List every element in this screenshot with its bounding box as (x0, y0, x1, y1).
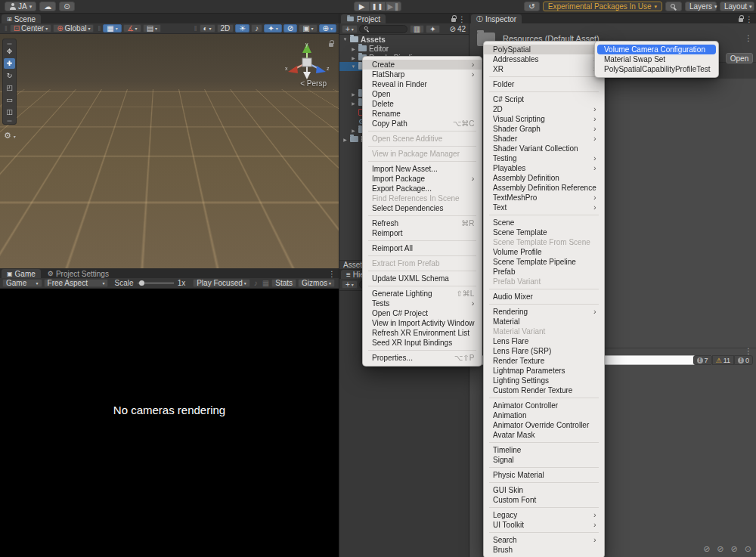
menu-item-xr[interactable]: XR› (484, 64, 604, 74)
gizmo-lock-icon[interactable] (328, 40, 334, 47)
menu-item-search[interactable]: Search› (484, 535, 604, 545)
drag-handle[interactable]: ‖ (5, 25, 8, 32)
drag-handle[interactable]: ‖ (98, 25, 101, 32)
project-search-input[interactable] (359, 25, 407, 33)
grid-snap-toggle[interactable]: ▦▾ (103, 24, 121, 32)
menu-item-scene[interactable]: Scene (484, 218, 604, 227)
menu-item-custom-render-texture[interactable]: Custom Render Texture (484, 385, 604, 395)
cache-server-disabled-icon[interactable]: ⊘ (703, 544, 710, 554)
overlay-drag-handle[interactable]: ▬ (8, 41, 12, 45)
menu-item-timeline[interactable]: Timeline (484, 445, 604, 455)
scale-slider[interactable] (138, 283, 174, 283)
menu-item-material[interactable]: Material (484, 317, 604, 326)
menu-item-shader-graph[interactable]: Shader Graph› (484, 124, 604, 134)
menu-item-delete[interactable]: Delete (363, 99, 482, 109)
hidden-packages-toggle[interactable]: ⊘ 42 (449, 25, 466, 33)
menu-item-export-package[interactable]: Export Package... (363, 184, 482, 193)
menu-item-generate-lighting[interactable]: Generate Lighting⇧⌘L (363, 289, 482, 299)
auto-refresh-disabled-icon[interactable]: ⊘ (717, 544, 723, 554)
scene-viewport[interactable]: y x z < Persp ▬ ✥ ✚ ↻ ◰ ▭ ◫ (0, 34, 339, 268)
menu-item-polyspatialcapabilityprofiletest[interactable]: PolySpatialCapabilityProfileTest (595, 64, 718, 74)
account-button[interactable]: JA ▾ (5, 2, 36, 11)
menu-item-textmeshpro[interactable]: TextMeshPro› (484, 193, 604, 203)
menu-item-prefab[interactable]: Prefab (484, 267, 604, 277)
menu-item-open-c-project[interactable]: Open C# Project (363, 308, 482, 318)
menu-item-legacy[interactable]: Legacy› (484, 510, 604, 520)
menu-item-volume-profile[interactable]: Volume Profile (484, 247, 604, 257)
auto-lighting-disabled-icon[interactable]: ⊘ (731, 544, 738, 554)
menu-item-lightmap-parameters[interactable]: Lightmap Parameters (484, 366, 604, 376)
menu-item-lens-flare[interactable]: Lens Flare (484, 336, 604, 346)
effects-dropdown[interactable]: ✦▾ (264, 24, 281, 32)
menu-item-assembly-definition-reference[interactable]: Assembly Definition Reference (484, 183, 604, 193)
tool-settings-button[interactable]: ⚙ ▾ (4, 131, 16, 141)
open-button[interactable]: Open (726, 53, 753, 63)
menu-item-open[interactable]: Open (363, 89, 482, 99)
menu-item-rendering[interactable]: Rendering› (484, 307, 604, 317)
project-tree-item-editor[interactable]: ▶Editor (339, 44, 469, 53)
menu-item-lens-flare-srp[interactable]: Lens Flare (SRP) (484, 346, 604, 356)
vsync-icon[interactable]: ▦ (262, 279, 269, 287)
cloud-services-button[interactable]: ☁ (39, 2, 56, 11)
lock-icon[interactable] (738, 15, 744, 22)
experimental-packages-dropdown[interactable]: Experimental Packages In Use ▾ (543, 2, 662, 11)
menu-item-render-texture[interactable]: Render Texture (484, 356, 604, 366)
history-button[interactable]: ⊙ (59, 2, 74, 11)
menu-item-avatar-mask[interactable]: Avatar Mask (484, 430, 604, 440)
menu-item-flatsharp[interactable]: FlatSharp› (363, 70, 482, 79)
console-error-toggle[interactable]: ! 0 (734, 355, 753, 365)
menu-item-update-uxml-schema[interactable]: Update UXML Schema (363, 274, 482, 283)
background-progress-icon[interactable]: ⊙ (745, 544, 751, 554)
menu-item-create[interactable]: Create› (363, 60, 482, 70)
menu-item-ui-toolkit[interactable]: UI Toolkit› (484, 520, 604, 530)
orientation-dropdown[interactable]: ⊕ Global▾ (53, 24, 94, 32)
move-snap-toggle[interactable]: ▤▾ (143, 24, 161, 32)
tab-scene[interactable]: ⊞ Scene (2, 14, 41, 23)
foldout-arrow-icon[interactable]: ▶ (351, 46, 356, 51)
menu-item-testing[interactable]: Testing› (484, 153, 604, 163)
undo-history-button[interactable]: ↺ (524, 2, 539, 11)
menu-item-playables[interactable]: Playables› (484, 163, 604, 173)
menu-item-tests[interactable]: Tests› (363, 299, 482, 308)
panel-menu-icon[interactable]: ⋮ (328, 270, 336, 278)
play-button[interactable]: ▶ (354, 2, 370, 11)
menu-item-audio-mixer[interactable]: Audio Mixer (484, 292, 604, 302)
pause-button[interactable]: ❚❚ (370, 2, 386, 11)
stats-button[interactable]: Stats (271, 279, 296, 287)
audio-toggle[interactable]: ♪ (251, 24, 262, 32)
menu-item-scene-template-pipeline[interactable]: Scene Template Pipeline (484, 257, 604, 267)
layers-dropdown[interactable]: Layers ▾ (685, 2, 717, 11)
console-info-toggle[interactable]: ! 7 (693, 355, 712, 365)
menu-item-animation[interactable]: Animation (484, 410, 604, 420)
search-button[interactable] (665, 2, 682, 11)
overlays-dropdown[interactable]: ⊕▾ (319, 24, 336, 32)
draw-mode-dropdown[interactable]: ◐▾ (200, 24, 215, 32)
overlay-drag-handle[interactable]: ▬ (8, 118, 12, 122)
menu-item-shader-variant-collection[interactable]: Shader Variant Collection (484, 144, 604, 153)
menu-item-refresh[interactable]: Refresh⌘R (363, 218, 482, 228)
camera-dropdown[interactable]: ▣▾ (299, 24, 317, 32)
menu-item-visual-scripting[interactable]: Visual Scripting› (484, 114, 604, 124)
tab-game[interactable]: ▣ Game (2, 269, 41, 278)
menu-item-physic-material[interactable]: Physic Material (484, 470, 604, 480)
orientation-gizmo[interactable]: y x z (283, 40, 331, 84)
aspect-dropdown[interactable]: Free Aspect▾ (44, 279, 109, 287)
menu-item-2d[interactable]: 2D› (484, 104, 604, 114)
foldout-arrow-icon[interactable]: ▶ (351, 91, 356, 97)
mute-audio-icon[interactable]: ♪ (254, 279, 258, 287)
menu-item-rename[interactable]: Rename (363, 109, 482, 119)
project-tree-item-assets[interactable]: ▼Assets (339, 35, 469, 44)
pivot-dropdown[interactable]: ⊡ Center▾ (10, 24, 51, 32)
menu-item-refresh-xr-environment-list[interactable]: Refresh XR Environment List (363, 328, 482, 338)
menu-item-folder[interactable]: Folder (484, 79, 604, 89)
menu-item-signal[interactable]: Signal (484, 455, 604, 465)
display-dropdown[interactable]: Game▾ (2, 279, 42, 287)
foldout-arrow-icon[interactable]: ▶ (351, 101, 356, 106)
layout-dropdown[interactable]: Layout ▾ (720, 2, 754, 11)
tab-project-settings[interactable]: ⚙ Project Settings (42, 269, 114, 278)
foldout-arrow-icon[interactable]: ▶ (351, 128, 356, 133)
lighting-toggle[interactable]: ☀ (235, 24, 249, 32)
console-warning-toggle[interactable]: ⚠ 11 (712, 355, 734, 365)
search-by-label-button[interactable]: ✦ (426, 25, 439, 33)
menu-item-shader[interactable]: Shader› (484, 134, 604, 144)
